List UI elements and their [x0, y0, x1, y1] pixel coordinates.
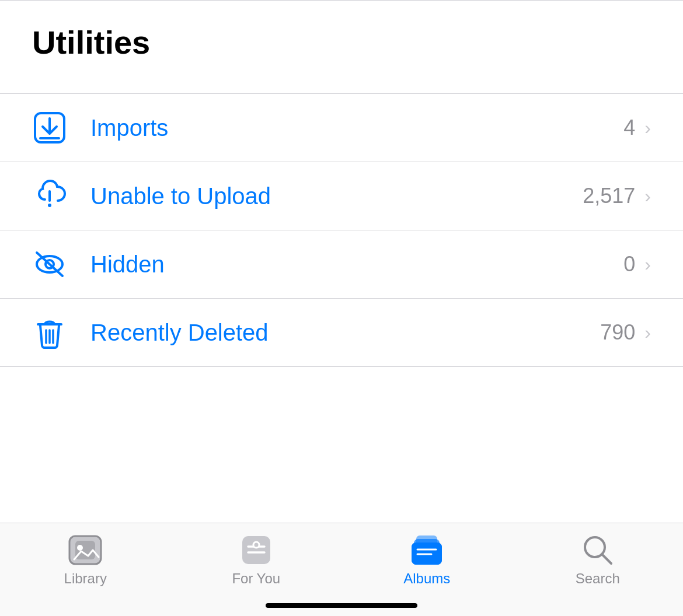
list-item-imports[interactable]: Imports 4 ›: [0, 93, 683, 162]
list-item-recently-deleted[interactable]: Recently Deleted 790 ›: [0, 299, 683, 367]
library-tab-label: Library: [64, 570, 107, 587]
utilities-list: Imports 4 › Unable to Upload 2,517 ›: [0, 93, 683, 367]
search-tab-icon: [580, 534, 615, 566]
recently-deleted-chevron: ›: [644, 322, 651, 344]
cloud-warning-icon: [32, 178, 79, 214]
svg-rect-16: [242, 536, 270, 564]
unable-to-upload-count: 2,517: [583, 184, 635, 208]
albums-tab-icon: [409, 534, 444, 566]
list-item-unable-to-upload[interactable]: Unable to Upload 2,517 ›: [0, 162, 683, 230]
hidden-label: Hidden: [90, 251, 623, 278]
list-item-hidden[interactable]: Hidden 0 ›: [0, 230, 683, 299]
svg-point-19: [253, 542, 259, 548]
imports-label: Imports: [90, 115, 623, 141]
tab-albums[interactable]: Albums: [392, 534, 462, 587]
search-tab-label: Search: [576, 570, 620, 587]
top-separator: [0, 0, 683, 1]
svg-point-15: [77, 545, 83, 551]
hidden-count: 0: [623, 252, 635, 276]
unable-to-upload-label: Unable to Upload: [90, 183, 583, 209]
recently-deleted-count: 790: [600, 320, 635, 345]
imports-count: 4: [623, 116, 635, 140]
for-you-tab-label: For You: [232, 570, 280, 587]
tab-search[interactable]: Search: [563, 534, 633, 587]
trash-icon: [32, 315, 79, 350]
svg-point-4: [48, 204, 51, 207]
home-indicator: [266, 603, 417, 608]
for-you-tab-icon: [239, 534, 274, 566]
svg-line-27: [602, 554, 611, 564]
page-title: Utilities: [32, 23, 150, 61]
import-icon: [32, 110, 79, 145]
albums-tab-label: Albums: [403, 570, 450, 587]
tab-library[interactable]: Library: [50, 534, 120, 587]
tab-bar: Library For You: [0, 523, 683, 616]
tab-for-you[interactable]: For You: [221, 534, 291, 587]
library-tab-icon: [68, 534, 103, 566]
imports-chevron: ›: [644, 117, 651, 139]
hidden-eye-icon: [32, 247, 79, 282]
hidden-chevron: ›: [644, 254, 651, 275]
recently-deleted-label: Recently Deleted: [90, 320, 600, 346]
unable-to-upload-chevron: ›: [644, 186, 651, 207]
